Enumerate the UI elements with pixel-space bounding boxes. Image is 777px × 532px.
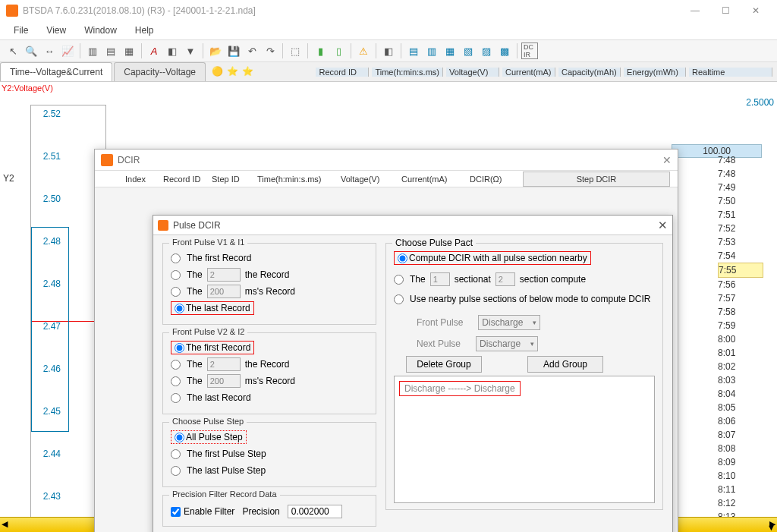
col-dcir2[interactable]: DCIR(Ω) [470,175,523,184]
time-row[interactable]: 7:55 [718,263,763,278]
col-voltage2[interactable]: Voltage(V) [341,175,401,184]
time-row[interactable]: 8:08 [718,442,763,455]
time-row[interactable]: 7:48 [718,167,763,181]
dcir-dialog-titlebar[interactable]: DCIR ✕ [95,150,678,171]
col-current[interactable]: Current(mA) [502,68,555,77]
next-pulse-dropdown[interactable]: Discharge▾ [476,336,538,351]
cursor-icon[interactable]: ↖ [5,42,21,59]
dcir-dialog-close-icon[interactable]: ✕ [662,154,672,166]
r-last-pulse[interactable] [171,466,181,476]
front-pulse-dropdown[interactable]: Discharge▾ [478,315,540,330]
open-icon[interactable]: 📂 [207,42,224,59]
time-row[interactable]: 7:56 [718,278,763,291]
time-row[interactable]: 7:49 [718,181,763,194]
col-voltage[interactable]: Voltage(V) [446,68,499,77]
chart1-icon[interactable]: ▥ [84,42,101,59]
col-stepid[interactable]: Step ID [212,175,257,184]
time-row[interactable]: 7:58 [718,305,763,319]
pulse-titlebar[interactable]: Pulse DCIR ✕ [153,216,672,235]
time-row[interactable]: 8:12 [718,496,763,510]
tab-icon-3[interactable]: ⭐ [242,66,254,78]
time-row[interactable]: 8:06 [718,414,763,428]
time-row[interactable]: 8:07 [718,428,763,442]
time-row[interactable]: 8:01 [718,346,763,360]
step-dcir-button[interactable]: Step DCIR [523,172,670,187]
time-row[interactable]: 8:02 [718,360,763,373]
col-time2[interactable]: Time(h:min:s.ms) [257,175,341,184]
col-capacity[interactable]: Capacity(mAh) [558,68,621,77]
time-row[interactable]: 7:53 [718,235,763,249]
tool-a-icon[interactable]: ⬚ [287,42,304,59]
filter-icon[interactable]: ▼ [182,42,199,59]
col-energy[interactable]: Energy(mWh) [624,68,686,77]
move-icon[interactable]: ↔ [41,42,58,59]
font-icon[interactable]: A [146,42,162,59]
v2-ms-input[interactable] [207,374,241,388]
section-a-input[interactable] [430,272,450,286]
pulse-close-icon[interactable]: ✕ [658,219,668,232]
time-row[interactable]: 7:57 [718,291,763,305]
time-row[interactable]: 8:04 [718,387,763,401]
back-icon[interactable]: ↶ [244,42,260,59]
dcir-icon[interactable]: DC IR [521,42,538,59]
r-compute-all[interactable] [398,253,407,263]
time-row[interactable]: 7:50 [718,194,763,208]
precision-input[interactable] [288,505,342,518]
tb3-icon[interactable]: ▦ [442,42,458,59]
warn-icon[interactable]: ⚠ [355,42,372,59]
delete-group-button[interactable]: Delete Group [406,356,482,373]
time-row[interactable]: 8:05 [718,401,763,414]
add-group-button[interactable]: Add Group [527,356,603,373]
maximize-button[interactable]: ☐ [710,0,741,21]
time-row[interactable]: 7:52 [718,222,763,235]
r-v2-the-ms[interactable] [171,376,181,386]
tool-b-icon[interactable]: ◧ [380,42,397,59]
green1-icon[interactable]: ▮ [312,42,329,59]
fwd-icon[interactable]: ↷ [262,42,278,59]
col-recordid2[interactable]: Record ID [163,175,212,184]
plot-icon[interactable]: 📈 [59,42,76,59]
tb6-icon[interactable]: ▩ [496,42,513,59]
r-v1-last[interactable] [175,304,184,313]
chart3-icon[interactable]: ▦ [121,42,137,59]
time-row[interactable]: 7:54 [718,249,763,263]
time-row[interactable]: 8:11 [718,483,763,496]
col-time[interactable]: Time(h:min:s.ms) [372,68,443,77]
time-row[interactable]: 7:51 [718,208,763,222]
band-left-arrow[interactable]: ◀ [2,519,8,529]
green2-icon[interactable]: ▯ [330,42,347,59]
tb1-icon[interactable]: ▤ [405,42,422,59]
menu-help[interactable]: Help [127,24,162,37]
r-v1-the-n[interactable] [171,270,181,280]
r-the-section[interactable] [394,275,404,285]
r-all-pulse[interactable] [175,433,184,442]
pulse-list-area[interactable]: Discharge ------> Discharge [394,376,655,503]
enable-filter-check[interactable] [171,507,181,517]
r-v2-first[interactable] [175,343,184,353]
r-v1-first[interactable] [171,253,181,263]
time-row[interactable]: 8:00 [718,332,763,346]
col-current2[interactable]: Current(mA) [401,175,470,184]
v2-n-input[interactable] [207,357,241,371]
r-v1-the-ms[interactable] [171,287,181,297]
tab-icon-1[interactable]: 🟡 [212,66,224,78]
col-realtime[interactable]: Realtime [689,68,772,77]
col-index[interactable]: Index [125,175,163,184]
tb5-icon[interactable]: ▨ [478,42,495,59]
time-row[interactable]: 8:03 [718,373,763,387]
menu-view[interactable]: View [39,24,74,37]
col-recordid[interactable]: Record ID [316,68,369,77]
time-list[interactable]: 7:487:487:497:507:517:527:537:547:557:56… [718,153,763,532]
v1-ms-input[interactable] [207,285,241,298]
zoom-icon[interactable]: 🔍 [23,42,39,59]
tab-icon-2[interactable]: ⭐ [227,66,239,78]
r-first-pulse[interactable] [171,449,181,459]
time-row[interactable]: 8:09 [718,455,763,469]
time-row[interactable]: 8:10 [718,469,763,483]
section-b-input[interactable] [495,272,515,286]
chart2-icon[interactable]: ▤ [102,42,119,59]
pulse-list-item[interactable]: Discharge ------> Discharge [399,381,521,396]
time-row[interactable]: 7:59 [718,319,763,332]
r-v2-the-n[interactable] [171,360,181,370]
menu-file[interactable]: File [6,24,36,37]
